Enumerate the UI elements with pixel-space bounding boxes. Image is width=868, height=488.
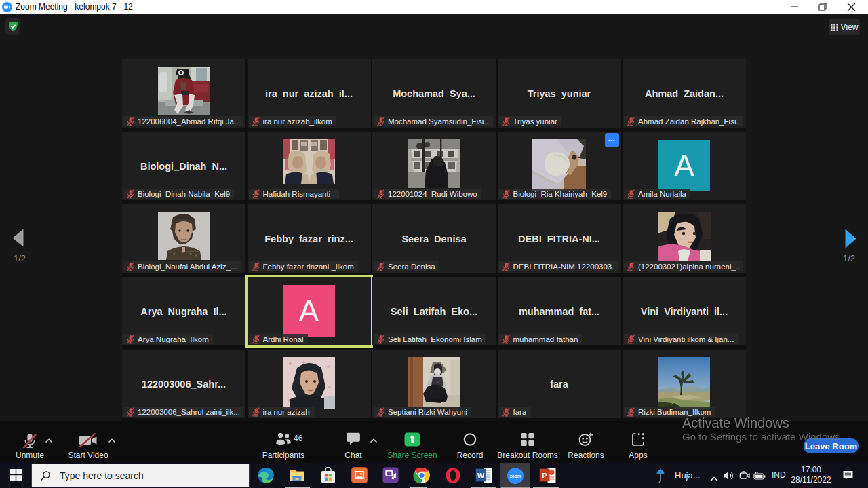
- svg-text:P: P: [542, 472, 547, 480]
- svg-text:zoom: zoom: [510, 474, 521, 478]
- svg-text:W: W: [477, 472, 485, 480]
